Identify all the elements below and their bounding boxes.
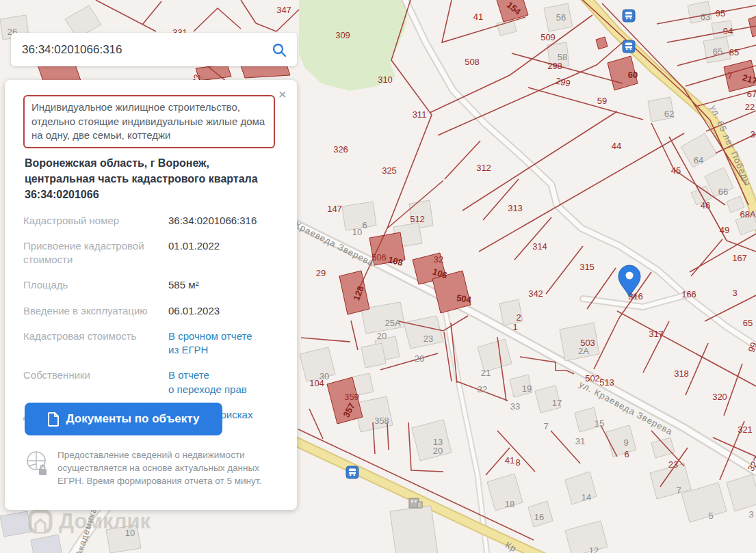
row-commissioning: Введение в эксплуатацию 06.01.2023 (23, 304, 285, 318)
row-cadastral-value: Кадастровая стоимость В срочном отчете и… (23, 329, 285, 358)
ownership-report-link[interactable]: В отчете о переходе прав (168, 368, 247, 396)
bus-stop-icon (346, 466, 359, 478)
row-cadastral-number: Кадастровый номер 36:34:0201066:316 (23, 214, 285, 228)
document-icon (48, 412, 60, 427)
row-area: Площадь 585 м² (23, 278, 285, 292)
green-area (299, 0, 410, 91)
rosreestr-icon (25, 449, 49, 478)
attribute-rows: Кадастровый номер 36:34:0201066:316 Прис… (23, 214, 285, 422)
object-documents-button[interactable]: Документы по объекту (25, 403, 222, 435)
egrn-report-link[interactable]: В срочном отчете из ЕГРН (168, 329, 252, 358)
search-icon[interactable] (271, 42, 287, 58)
egrn-note: Предоставление сведений о недвижимости о… (25, 449, 271, 488)
search-input[interactable] (21, 42, 271, 57)
egrn-note-text: Предоставление сведений о недвижимости о… (57, 449, 271, 488)
search-bar (11, 33, 297, 66)
bus-stop-icon (623, 10, 635, 22)
land-usage-box: Индивидуальное жилищное строительство, о… (23, 95, 275, 148)
bus-stop-icon (623, 40, 635, 53)
close-icon[interactable]: × (275, 87, 290, 102)
row-owners: Собственники В отчете о переходе прав (23, 368, 285, 396)
row-valuation-date: Присвоение кадастровой стоимости 01.01.2… (23, 239, 285, 267)
object-address: Воронежская область, г Воронеж, централь… (25, 155, 275, 203)
map-canvas[interactable]: 3473312330931031132632541508509298299154… (0, 0, 756, 553)
object-info-panel: × Индивидуальное жилищное строительство,… (5, 80, 297, 510)
